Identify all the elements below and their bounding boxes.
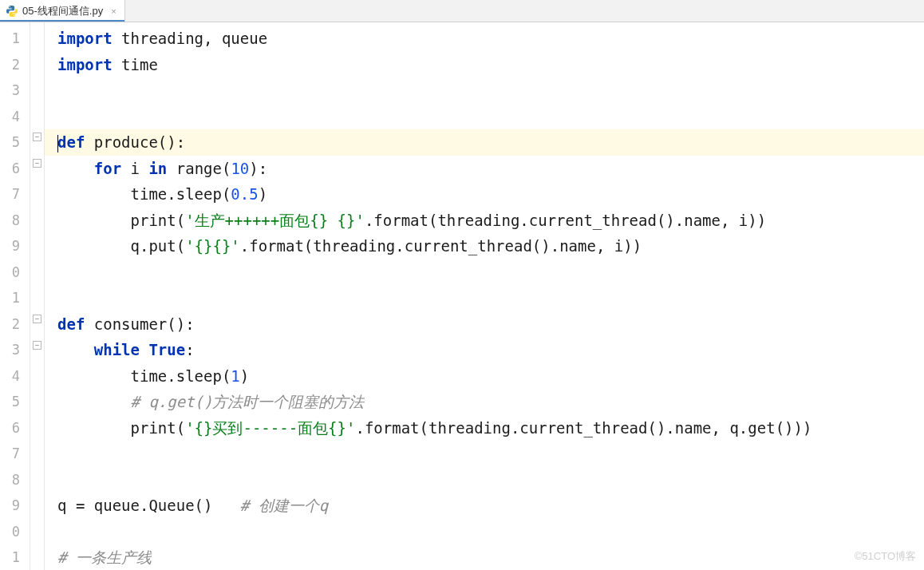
code-line: # q.get()方法时一个阻塞的方法	[57, 389, 924, 415]
line-number: 4	[0, 363, 30, 390]
line-number: 6	[0, 415, 30, 441]
code-line: print('{}买到------面包{}'.format(threading.…	[57, 415, 924, 441]
line-number: 1	[0, 544, 30, 570]
code-line	[57, 104, 924, 130]
code-line: import time	[57, 52, 924, 78]
code-line	[57, 259, 924, 286]
line-number: 2	[0, 311, 30, 338]
code-line	[57, 77, 924, 104]
fold-toggle-icon[interactable]: −	[33, 315, 41, 323]
tab-bar: 05-线程间通信.py ×	[0, 0, 924, 22]
code-line	[57, 441, 924, 467]
line-number: 5	[0, 389, 30, 415]
line-number: 3	[0, 337, 30, 363]
code-line: print('生产++++++面包{} {}'.format(threading…	[57, 208, 924, 234]
line-number: 0	[0, 259, 30, 286]
line-number: 0	[0, 519, 30, 545]
line-number: 9	[0, 233, 30, 259]
code-content[interactable]: import threading, queue import time def …	[45, 22, 924, 570]
line-number: 2	[0, 52, 30, 78]
line-number: 7	[0, 441, 30, 467]
code-line	[57, 285, 924, 311]
code-line: while True:	[57, 337, 924, 363]
line-number: 1	[0, 26, 30, 52]
line-number: 4	[0, 104, 30, 130]
fold-toggle-icon[interactable]: −	[33, 133, 41, 141]
file-tab[interactable]: 05-线程间通信.py ×	[0, 0, 125, 22]
fold-column: − − − −	[30, 22, 45, 570]
code-line	[57, 519, 924, 545]
close-icon[interactable]: ×	[111, 6, 116, 16]
code-line: for i in range(10):	[57, 156, 924, 182]
code-line	[57, 467, 924, 493]
code-line: def consumer():	[57, 311, 924, 338]
line-number: 3	[0, 77, 30, 104]
line-number: 5	[0, 129, 30, 156]
watermark-text: ©51CTO博客	[855, 549, 916, 564]
svg-point-0	[10, 6, 10, 6]
tab-filename: 05-线程间通信.py	[22, 4, 103, 18]
line-number-gutter: 1 2 3 4 5 6 7 8 9 0 1 2 3 4 5 6 7 8 9 0 …	[0, 22, 30, 570]
line-number: 8	[0, 208, 30, 234]
code-line: import threading, queue	[57, 26, 924, 52]
line-number: 8	[0, 467, 30, 493]
line-number: 1	[0, 285, 30, 311]
code-line: # 一条生产线	[57, 544, 924, 570]
code-line: q = queue.Queue() # 创建一个q	[57, 493, 924, 519]
code-line: time.sleep(1)	[57, 363, 924, 390]
editor-area: 1 2 3 4 5 6 7 8 9 0 1 2 3 4 5 6 7 8 9 0 …	[0, 22, 924, 570]
active-tab-indicator	[0, 20, 124, 22]
code-line-current: def produce():	[45, 129, 924, 156]
code-line: q.put('{}{}'.format(threading.current_th…	[57, 233, 924, 259]
svg-point-1	[14, 14, 14, 15]
code-line: time.sleep(0.5)	[57, 181, 924, 208]
line-number: 9	[0, 493, 30, 519]
fold-toggle-icon[interactable]: −	[33, 341, 41, 350]
line-number: 6	[0, 156, 30, 182]
line-number: 7	[0, 181, 30, 208]
python-file-icon	[6, 6, 18, 17]
fold-toggle-icon[interactable]: −	[33, 159, 41, 168]
